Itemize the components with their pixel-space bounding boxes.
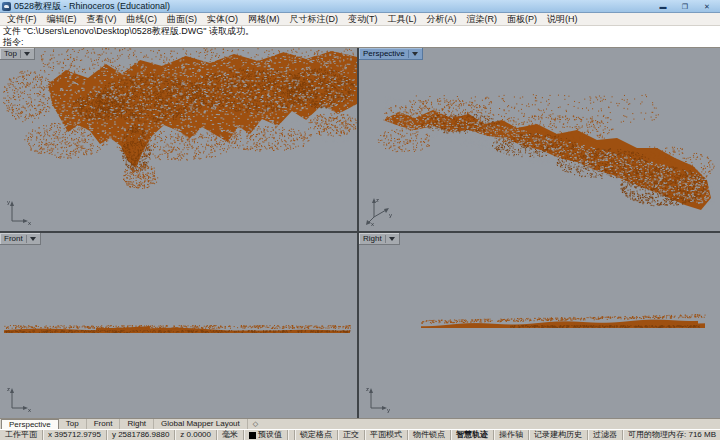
svg-text:z: z	[366, 386, 369, 392]
menu-mesh[interactable]: 网格(M)	[243, 13, 285, 25]
viewport-perspective[interactable]: Perspective z y x	[359, 48, 720, 231]
svg-text:x: x	[371, 221, 374, 227]
toggle-gumball[interactable]: 操作轴	[494, 430, 529, 440]
cplane-button[interactable]: 工作平面	[0, 430, 43, 440]
command-history: 文件 "C:\Users\Lenovo\Desktop\0528教程版.DWG"…	[0, 26, 720, 37]
svg-text:y: y	[387, 407, 390, 413]
menu-tools[interactable]: 工具(L)	[383, 13, 422, 25]
right-view-pointcloud	[359, 233, 720, 418]
chevron-down-icon[interactable]	[389, 237, 395, 241]
viewport-title-top[interactable]: Top	[0, 48, 35, 60]
menu-panels[interactable]: 面板(P)	[502, 13, 542, 25]
tab-right[interactable]: Right	[120, 419, 154, 429]
viewport-right[interactable]: Right z y	[359, 233, 720, 418]
menu-edit[interactable]: 编辑(E)	[42, 13, 82, 25]
menu-curve[interactable]: 曲线(C)	[122, 13, 163, 25]
viewport-top[interactable]: Top y x	[0, 48, 357, 231]
maximize-button[interactable]: ❐	[678, 1, 692, 12]
title-bar: 0528教程版 - Rhinoceros (Educational) ▬ ❐ ✕	[0, 0, 720, 13]
viewport-title-front[interactable]: Front	[0, 233, 41, 245]
viewport-tab-bar: Perspective Top Front Right Global Mappe…	[0, 418, 720, 429]
viewport-title-right[interactable]: Right	[359, 233, 400, 245]
front-view-pointcloud	[0, 233, 357, 418]
svg-text:z: z	[7, 386, 10, 392]
viewport-front[interactable]: Front z x	[0, 233, 357, 418]
menu-dimension[interactable]: 尺寸标注(D)	[285, 13, 344, 25]
layer-pane[interactable]: 预设值	[244, 430, 288, 440]
svg-text:y: y	[389, 212, 392, 218]
layer-color-swatch	[249, 432, 256, 439]
chevron-down-icon[interactable]	[30, 237, 36, 241]
toggle-filter[interactable]: 过滤器	[588, 430, 623, 440]
chevron-down-icon[interactable]	[412, 52, 418, 56]
toggle-record-history[interactable]: 记录建构历史	[529, 430, 588, 440]
coordinate-y: y 2581786.9880	[107, 430, 175, 440]
statusbar-spacer	[288, 430, 295, 440]
toggle-smarttrack[interactable]: 智慧轨迹	[451, 430, 494, 440]
close-button[interactable]: ✕	[700, 1, 714, 12]
menu-view[interactable]: 查看(V)	[82, 13, 122, 25]
perspective-view-pointcloud	[359, 48, 720, 231]
svg-text:z: z	[376, 197, 379, 203]
menu-file[interactable]: 文件(F)	[2, 13, 42, 25]
menu-bar: 文件(F) 编辑(E) 查看(V) 曲线(C) 曲面(S) 实体(O) 网格(M…	[0, 13, 720, 26]
toggle-planar[interactable]: 平面模式	[365, 430, 408, 440]
viewport-grid: Top y x Perspective z y	[0, 48, 720, 418]
units-field[interactable]: 毫米	[217, 430, 244, 440]
menu-solid[interactable]: 实体(O)	[202, 13, 243, 25]
chevron-down-icon[interactable]	[24, 52, 30, 56]
menu-help[interactable]: 说明(H)	[542, 13, 583, 25]
tab-perspective[interactable]: Perspective	[1, 419, 59, 429]
top-view-pointcloud	[0, 48, 357, 231]
menu-transform[interactable]: 变动(T)	[343, 13, 383, 25]
menu-surface[interactable]: 曲面(S)	[162, 13, 202, 25]
command-input[interactable]: 指令:	[0, 37, 720, 48]
toggle-osnap[interactable]: 物件锁点	[408, 430, 451, 440]
command-prompt-label: 指令:	[3, 37, 24, 47]
menu-render[interactable]: 渲染(R)	[462, 13, 503, 25]
viewport-title-perspective[interactable]: Perspective	[359, 48, 423, 60]
tab-front[interactable]: Front	[87, 419, 121, 429]
menu-analyze[interactable]: 分析(A)	[422, 13, 462, 25]
rhino-app-icon	[2, 2, 11, 11]
layer-name: 预设值	[258, 430, 282, 440]
window-title: 0528教程版 - Rhinoceros (Educational)	[14, 0, 656, 13]
memory-indicator: 可用的物理内存: 716 MB	[623, 430, 720, 440]
status-bar: 工作平面 x 395712.9795 y 2581786.9880 z 0.00…	[0, 429, 720, 440]
axis-icon-right: z y	[364, 384, 392, 414]
svg-text:y: y	[7, 199, 10, 205]
toggle-ortho[interactable]: 正交	[338, 430, 365, 440]
axis-icon-front: z x	[5, 384, 33, 414]
coordinate-z: z 0.0000	[175, 430, 217, 440]
axis-icon-perspective: z y x	[364, 195, 394, 227]
axis-icon-top: y x	[5, 197, 33, 227]
viewport-nav-icon[interactable]: ◇	[248, 419, 263, 429]
toggle-grid-snap[interactable]: 锁定格点	[295, 430, 338, 440]
minimize-button[interactable]: ▬	[656, 1, 670, 12]
tab-global-mapper-layout[interactable]: Global Mapper Layout	[154, 419, 248, 429]
coordinate-x: x 395712.9795	[43, 430, 107, 440]
svg-text:x: x	[28, 220, 31, 226]
svg-text:x: x	[28, 407, 31, 413]
tab-top[interactable]: Top	[59, 419, 87, 429]
